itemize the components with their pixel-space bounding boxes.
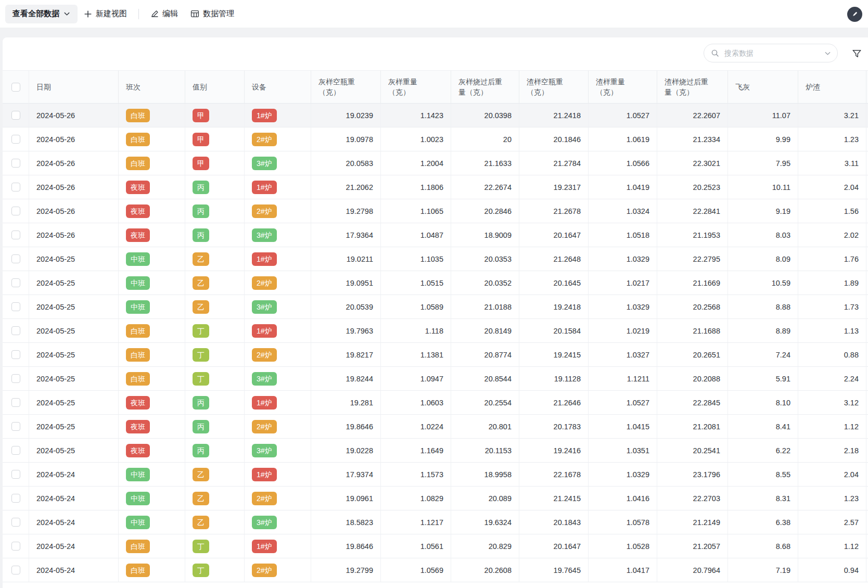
row-checkbox[interactable] (11, 542, 20, 551)
table-row[interactable]: 2024-05-25夜班丙1#炉19.2811.060320.255421.26… (3, 391, 868, 415)
cell-slag-burned-weight: 20.2568 (657, 295, 728, 319)
table-row[interactable]: 2024-05-26白班甲3#炉20.05831.200421.163321.2… (3, 151, 868, 175)
shift-badge: 夜班 (126, 228, 150, 242)
header-cell-ash-burned-weight[interactable]: 灰样烧过后重量（克） (451, 70, 519, 104)
cell-ash-burned-weight: 20.8774 (451, 343, 519, 367)
row-checkbox[interactable] (11, 422, 20, 431)
header-cell-ash-weight[interactable]: 灰样重量（克） (381, 70, 451, 104)
table-row[interactable]: 2024-05-26夜班丙2#炉19.27981.106520.284621.2… (3, 199, 868, 223)
table-row[interactable]: 2024-05-26夜班丙1#炉21.20621.180622.267419.2… (3, 175, 868, 199)
data-manage-button[interactable]: 数据管理 (184, 5, 240, 23)
header-cell-date[interactable]: 日期 (29, 70, 119, 104)
table-row[interactable]: 2024-05-26白班甲2#炉19.09781.00232020.18461.… (3, 127, 868, 151)
cell-shift: 白班 (119, 558, 185, 582)
row-checkbox[interactable] (11, 470, 20, 479)
checkbox-cell (3, 271, 29, 295)
table-row[interactable]: 2024-05-24中班乙2#炉19.09611.082920.08921.24… (3, 487, 868, 510)
table-row[interactable]: 2024-05-25白班丁1#炉19.79631.11820.814920.15… (3, 319, 868, 343)
cell-slag-burned-weight: 23.1796 (657, 463, 728, 487)
duty-badge: 丁 (193, 540, 209, 553)
select-all-checkbox[interactable] (11, 83, 20, 92)
cell-ash-burned-weight: 20.8544 (451, 367, 519, 391)
numeric-value: 19.7645 (554, 566, 581, 574)
row-checkbox[interactable] (11, 398, 20, 407)
header-cell-slag-weight[interactable]: 渣样重量（克） (589, 70, 657, 104)
row-checkbox[interactable] (11, 231, 20, 239)
row-checkbox[interactable] (11, 446, 20, 455)
table-row[interactable]: 2024-05-26夜班丙3#炉17.93641.048718.900920.1… (3, 223, 868, 247)
cell-device: 1#炉 (245, 104, 311, 127)
cell-slag-burned-weight: 20.2523 (657, 175, 728, 199)
table-row[interactable]: 2024-05-25夜班丙3#炉19.02281.164920.115319.2… (3, 439, 868, 463)
numeric-value: 8.55 (776, 470, 790, 479)
row-checkbox[interactable] (11, 374, 20, 383)
numeric-value: 22.2845 (693, 399, 720, 407)
row-checkbox[interactable] (11, 183, 20, 191)
duty-badge: 乙 (193, 300, 209, 314)
table-row[interactable]: 2024-05-24白班丁2#炉19.27991.056920.260819.7… (3, 558, 868, 582)
cell-fly-ash: 8.55 (728, 463, 798, 487)
header-cell-fly-ash[interactable]: 飞灰 (728, 70, 798, 104)
row-checkbox[interactable] (11, 518, 20, 527)
table-row[interactable]: 2024-05-25夜班丙2#炉19.86461.022420.80120.17… (3, 415, 868, 439)
date-value: 2024-05-25 (36, 303, 75, 311)
search-collapse-chevron-icon[interactable] (824, 50, 831, 57)
cell-slag-bottle-weight: 20.1647 (519, 534, 589, 558)
row-checkbox[interactable] (11, 278, 20, 287)
row-checkbox[interactable] (11, 111, 20, 120)
feedback-pen-button[interactable] (847, 7, 862, 22)
table-row[interactable]: 2024-05-25中班乙3#炉20.05391.058921.018819.2… (3, 295, 868, 319)
row-checkbox[interactable] (11, 254, 20, 263)
row-checkbox[interactable] (11, 350, 20, 359)
row-checkbox[interactable] (11, 302, 20, 311)
row-checkbox[interactable] (11, 135, 20, 144)
numeric-value: 6.22 (776, 446, 790, 455)
cell-fly-ash: 8.68 (728, 534, 798, 558)
cell-furnace-slag: 3.11 (798, 151, 866, 175)
table-row[interactable]: 2024-05-26白班甲1#炉19.02391.142320.039821.2… (3, 104, 868, 127)
header-cell-furnace-slag[interactable]: 炉渣 (798, 70, 866, 104)
device-badge: 3#炉 (252, 444, 277, 457)
checkbox-cell (3, 415, 29, 439)
cell-slag-bottle-weight: 22.1678 (519, 463, 589, 487)
cell-date: 2024-05-25 (29, 271, 119, 295)
table-row[interactable]: 2024-05-25白班丁3#炉19.82441.094720.854419.1… (3, 367, 868, 391)
row-checkbox[interactable] (11, 159, 20, 168)
header-label-line2: （克） (318, 87, 340, 97)
table-row[interactable]: 2024-05-25中班乙1#炉19.02111.103520.035321.2… (3, 247, 868, 271)
cell-shift: 中班 (119, 487, 185, 510)
numeric-value: 7.95 (776, 159, 790, 168)
cell-slag-bottle-weight: 21.2415 (519, 487, 589, 510)
row-checkbox[interactable] (11, 326, 20, 335)
header-cell-slag-bottle-weight[interactable]: 渣样空瓶重（克） (519, 70, 589, 104)
table-row[interactable]: 2024-05-25白班丁2#炉19.82171.138120.877419.2… (3, 343, 868, 367)
numeric-value: 1.12 (844, 542, 859, 551)
numeric-value: 0.94 (844, 566, 859, 574)
header-cell-device[interactable]: 设备 (245, 70, 311, 104)
filter-button[interactable] (849, 46, 864, 61)
cell-slag-burned-weight: 22.2703 (657, 487, 728, 510)
table-row[interactable]: 2024-05-25中班乙2#炉19.09511.051520.035220.1… (3, 271, 868, 295)
cell-ash-bottle-weight: 19.2798 (311, 199, 381, 223)
row-checkbox[interactable] (11, 566, 20, 574)
numeric-value: 21.1953 (693, 231, 720, 239)
header-cell-slag-burned-weight[interactable]: 渣样烧过后重量（克） (657, 70, 728, 104)
new-view-label: 新建视图 (96, 9, 127, 19)
view-selector-button[interactable]: 查看全部数据 (5, 5, 78, 23)
numeric-value: 19.8646 (346, 423, 373, 431)
table-row[interactable]: 2024-05-24白班丁1#炉19.86461.056120.82920.16… (3, 534, 868, 558)
search-input[interactable] (723, 48, 824, 58)
header-cell-ash-bottle-weight[interactable]: 灰样空瓶重（克） (311, 70, 381, 104)
numeric-value: 8.89 (776, 327, 790, 335)
header-cell-duty[interactable]: 值别 (185, 70, 245, 104)
cell-device: 3#炉 (245, 510, 311, 534)
row-checkbox[interactable] (11, 494, 20, 503)
table-row[interactable]: 2024-05-24中班乙3#炉18.58231.121719.632420.1… (3, 510, 868, 534)
header-cell-shift[interactable]: 班次 (119, 70, 185, 104)
row-checkbox[interactable] (11, 207, 20, 215)
cell-ash-bottle-weight: 19.8244 (311, 367, 381, 391)
table-row[interactable]: 2024-05-24中班乙1#炉17.93741.157318.995822.1… (3, 463, 868, 487)
new-view-button[interactable]: 新建视图 (78, 5, 133, 23)
cell-device: 1#炉 (245, 247, 311, 271)
edit-button[interactable]: 编辑 (144, 5, 184, 23)
